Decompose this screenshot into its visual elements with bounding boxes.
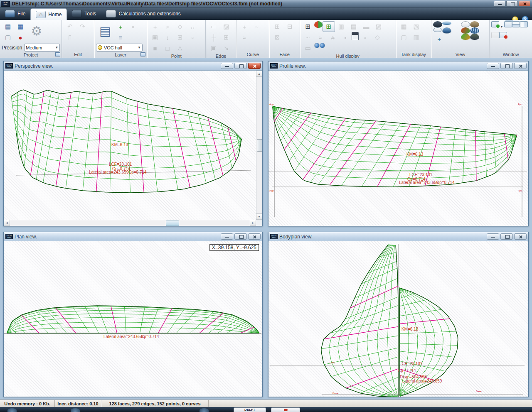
scroll-up-icon[interactable]: ▲ [256, 71, 262, 77]
lock-points-icon: ■ [149, 43, 161, 54]
plan-view-icon[interactable] [433, 27, 442, 32]
perspective-window: DELFTSHIP Perspective view. KM=6.13 LCF=… [3, 61, 263, 226]
settings-gear-icon[interactable]: ⚙ [27, 21, 46, 40]
mirror-face-icon: ⊠ [271, 32, 283, 43]
vertical-scroll-thumb[interactable] [257, 139, 262, 152]
baseline-marker-left: Base [332, 392, 338, 395]
taskbar-app-button[interactable] [271, 407, 300, 412]
layer-select[interactable]: VOC hull ▼ [96, 44, 143, 52]
show-control-net-icon[interactable]: ⊞ [302, 21, 314, 32]
texture-mode-icon[interactable] [470, 34, 479, 40]
profile-viewport[interactable]: App. App. Fpp. Fpp. KM=6.13 LCF=23.101 C… [268, 71, 528, 226]
perspective-minimize-button[interactable] [221, 63, 233, 69]
add-layer-icon[interactable]: + [114, 21, 127, 32]
project-dialog-launcher-icon[interactable] [55, 52, 60, 56]
layer-dialog-launcher-icon[interactable] [140, 52, 145, 56]
close-button[interactable] [519, 1, 530, 7]
plan-close-button[interactable] [248, 233, 261, 240]
profile-restore-button[interactable] [500, 63, 513, 69]
show-features-pin-icon[interactable] [314, 43, 320, 48]
plan-minimize-button[interactable] [221, 233, 233, 240]
bodyplan-close-button[interactable] [514, 233, 527, 240]
precision-value: Medium [26, 45, 53, 50]
lateral-area-annotation: Lateral area=243.659 [89, 170, 128, 174]
plan-restore-button[interactable] [234, 233, 247, 240]
plan-window: DELFTSHIP Plan view. X=39.158, Y=-9.625 … [3, 232, 263, 397]
show-interior-edges-icon[interactable]: ⊞ [323, 21, 335, 32]
gaussian-curvature-icon[interactable] [461, 27, 470, 34]
profile-view-icon[interactable] [442, 21, 451, 25]
zoom-extents-icon[interactable]: + [433, 34, 446, 44]
delete-icon: ▯ [64, 32, 76, 43]
taskbar-icon[interactable] [200, 408, 209, 412]
zebra-shading-icon[interactable] [470, 27, 479, 34]
km-annotation: KM=6.13 [111, 142, 128, 147]
print-icon[interactable]: ▤ [2, 21, 14, 32]
perspective-close-button[interactable] [248, 63, 261, 69]
anchor-points-icon: △ [174, 43, 186, 54]
precision-select[interactable]: Medium ▼ [24, 44, 60, 52]
bodyplan-window-titlebar[interactable]: DELFTSHIP Bodyplan view. [268, 232, 528, 241]
show-stations-icon: ▥ [335, 21, 347, 32]
bodyplan-minimize-button[interactable] [487, 233, 499, 240]
taskbar-icon[interactable] [7, 408, 17, 412]
environment-map-icon[interactable] [461, 34, 470, 40]
delftship-logo-icon: DELFTSHIP [1, 1, 10, 7]
delftship-window-icon: DELFTSHIP [270, 234, 278, 239]
tab-home[interactable]: ⌂ Home [30, 8, 67, 20]
tools-tab-icon [72, 10, 82, 17]
scroll-down-icon[interactable]: ▼ [256, 213, 262, 220]
bodyplan-view-title: Bodyplan view. [279, 234, 485, 240]
tile-vertical-icon[interactable] [520, 21, 528, 27]
profile-window-titlebar[interactable]: DELFTSHIP Profile view. [268, 61, 528, 71]
tile-horizontal-icon[interactable] [512, 21, 520, 27]
hydrostatics-display-icon[interactable] [352, 32, 359, 40]
new-window-icon[interactable] [491, 21, 499, 27]
app-marker-top: App. [269, 103, 274, 105]
app-marker-bottom: App. [269, 189, 274, 192]
bodyplan-window: DELFTSHIP Bodyplan view. DWL Base Base K… [268, 232, 529, 397]
perspective-view-icon[interactable] [442, 27, 451, 34]
developability-mode-icon[interactable] [470, 21, 479, 27]
pin-hydrostatic-labels-icon[interactable] [320, 43, 325, 48]
show-diagonals-icon: ▨ [372, 21, 385, 32]
plan-viewport[interactable]: X=39.158, Y=-9.625 Lateral area=243.659 … [4, 241, 262, 397]
scroll-right-icon[interactable]: ► [250, 220, 256, 226]
tab-calculations[interactable]: Calculations and extensions [101, 7, 185, 20]
perspective-viewport[interactable]: KM=6.13 LCF=23.101 Cp=0.714 Lateral area… [4, 71, 256, 220]
cascade-windows-icon[interactable] [504, 21, 512, 27]
dwl-marker: DWL [330, 361, 335, 364]
shade-hull-icon[interactable] [314, 21, 323, 28]
profile-minimize-button[interactable] [487, 63, 499, 69]
close-all-windows-icon[interactable] [499, 32, 507, 38]
new-project-icon[interactable]: ▢ [2, 32, 14, 43]
scroll-left-icon[interactable]: ◄ [4, 220, 10, 226]
layers-panel-icon[interactable]: ▤ [96, 21, 114, 40]
bodyplan-view-icon[interactable] [433, 21, 442, 27]
plan-window-titlebar[interactable]: DELFTSHIP Plan view. [4, 232, 262, 241]
wireframe-mode-icon[interactable] [461, 21, 470, 27]
taskbar-icon[interactable] [71, 408, 80, 412]
perspective-vertical-scrollbar[interactable]: ▲ ▼ [256, 71, 262, 220]
model-counts-status: 128 faces, 279 edges, 152 points, 0 curv… [101, 400, 209, 407]
delftship-window-icon: DELFTSHIP [5, 63, 13, 69]
insert-grid-icon: ⊞ [174, 32, 186, 43]
cp-annotation: Cp=0.714 [398, 368, 416, 373]
tab-tools[interactable]: Tools [67, 7, 101, 20]
auto-group-layer-icon[interactable]: ≡ [114, 32, 127, 43]
taskbar-delftship-button[interactable]: DELFT [234, 407, 266, 412]
tab-file[interactable]: File [0, 7, 30, 20]
maximize-button[interactable] [506, 1, 518, 7]
bodyplan-restore-button[interactable] [500, 233, 513, 240]
profile-close-button[interactable] [514, 63, 527, 69]
bodyplan-viewport[interactable]: DWL Base Base KM=6.13 LCF=23.101 Cp=0.71… [268, 241, 528, 397]
perspective-horizontal-scrollbar[interactable]: ◄ ► [4, 220, 256, 226]
perspective-restore-button[interactable] [234, 63, 247, 69]
minimize-button[interactable] [494, 1, 505, 7]
horizontal-scroll-thumb[interactable] [166, 221, 179, 226]
save-icon[interactable]: ▦ [14, 21, 27, 32]
ribbon-group-edge: ▭▨┼⊞▣↘ Edge [206, 20, 236, 58]
layer-visibility-bulb-icon[interactable] [98, 45, 102, 50]
perspective-window-titlebar[interactable]: DELFTSHIP Perspective view. [4, 61, 262, 71]
exit-icon[interactable]: ● [14, 32, 27, 43]
